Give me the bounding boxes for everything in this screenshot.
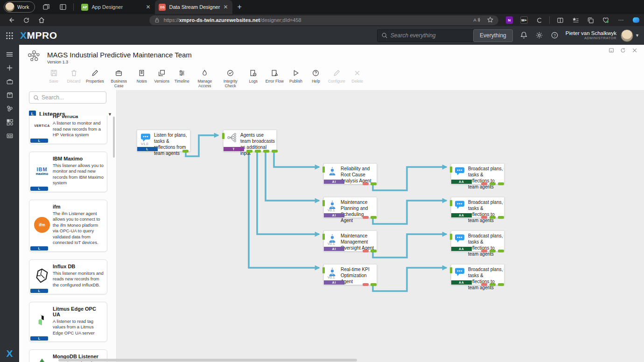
blocks-icon[interactable]: [0, 115, 19, 129]
error-port[interactable]: [363, 250, 369, 252]
app-grid-icon[interactable]: [6, 32, 14, 40]
recycle-bin-icon[interactable]: [0, 129, 19, 142]
output-port[interactable]: [498, 250, 504, 252]
home-icon[interactable]: [38, 16, 46, 24]
collapse-caret-icon[interactable]: ▼: [108, 112, 112, 117]
node-maintenance-planning-scheduling-agent[interactable]: Maintenance Planning and Scheduling Agen…: [323, 197, 377, 218]
favorite-star-icon[interactable]: [487, 16, 494, 24]
output-port[interactable]: [371, 216, 377, 219]
error-port[interactable]: [363, 283, 369, 286]
node-team-broadcast-input[interactable]: Agents use team broadcasts as additional…: [223, 130, 277, 152]
toolbar-logs-button[interactable]: Logs: [245, 69, 261, 90]
input-port[interactable]: [450, 234, 452, 240]
toolbar-error-flow-button[interactable]: Error Flow: [266, 69, 284, 90]
input-port[interactable]: [322, 167, 325, 173]
output-port[interactable]: [371, 182, 377, 185]
split-screen-icon[interactable]: [556, 16, 564, 24]
copilot-icon[interactable]: [632, 16, 640, 24]
browser-essentials-icon[interactable]: [602, 16, 610, 24]
reset-view-icon[interactable]: [620, 47, 627, 54]
input-port[interactable]: [450, 267, 452, 273]
tab-data-stream-designer[interactable]: DS Data Stream Designer ✕: [155, 0, 232, 14]
input-port[interactable]: [450, 167, 452, 173]
settings-more-icon[interactable]: ⋯: [617, 16, 625, 24]
node-listen-team-agents[interactable]: Listen for plans, tasks & reflections fr…: [137, 130, 190, 152]
settings-gear-icon[interactable]: [535, 31, 544, 40]
extension-icon[interactable]: [535, 16, 543, 24]
node-broadcast-team-agents-4[interactable]: Broadcast plans, tasks & reflections to …: [451, 264, 504, 285]
workspaces-icon[interactable]: [42, 3, 50, 11]
listener-card-influx-db[interactable]: LInflux DBThis listener monitors and rea…: [29, 259, 107, 294]
output-port[interactable]: [490, 216, 496, 219]
design-canvas[interactable]: L Listeners ▼ VERTICALHP VerticaA listen…: [19, 90, 644, 362]
tab-close-icon[interactable]: ✕: [222, 4, 229, 10]
address-bar[interactable]: https://xmpro-ds-twin.azurewebsites.net/…: [149, 15, 498, 25]
tab-app-designer[interactable]: AP App Designer ✕: [77, 0, 155, 14]
toolbar-properties-button[interactable]: Properties: [86, 69, 104, 90]
output-port[interactable]: [498, 283, 504, 286]
output-port[interactable]: [246, 150, 252, 153]
notifications-bell-icon[interactable]: [520, 31, 528, 40]
refresh-icon[interactable]: [23, 16, 31, 24]
new-tab-button[interactable]: +: [237, 3, 241, 11]
toolbar-publish-button[interactable]: Publish: [288, 69, 304, 90]
output-port[interactable]: [255, 150, 261, 153]
listener-card-ibm-maximo[interactable]: IBMmaximoLIBM MaximoThis listener allows…: [29, 152, 107, 192]
output-port[interactable]: [182, 150, 189, 153]
output-port[interactable]: [371, 250, 377, 252]
package-icon[interactable]: [0, 88, 19, 102]
agents-cluster-icon[interactable]: [0, 102, 19, 115]
toolbar-timeline-button[interactable]: Timeline: [174, 69, 190, 90]
add-icon[interactable]: [0, 61, 19, 75]
toolbar-help-button[interactable]: Help: [308, 69, 324, 90]
collections-icon[interactable]: [587, 16, 595, 24]
input-port[interactable]: [450, 200, 452, 206]
listener-card-ifm[interactable]: ifmLifmThe ifm Listener agent allows you…: [29, 200, 107, 252]
search-input[interactable]: [391, 32, 473, 39]
toolbar-manage-access-button[interactable]: Manage Access: [194, 69, 216, 90]
output-port[interactable]: [263, 150, 269, 153]
output-port[interactable]: [272, 150, 278, 153]
menu-icon[interactable]: [0, 48, 19, 61]
error-port[interactable]: [481, 182, 487, 185]
browser-profile-button[interactable]: Work: [4, 1, 35, 13]
output-port[interactable]: [371, 283, 377, 286]
briefcase-icon[interactable]: [0, 75, 19, 88]
input-port[interactable]: [222, 133, 224, 139]
error-port[interactable]: [481, 283, 487, 286]
help-icon[interactable]: ?: [551, 31, 559, 40]
toolbar-integrity-check-button[interactable]: Integrity Check: [220, 69, 241, 90]
node-broadcast-team-agents-3[interactable]: Broadcast plans, tasks & reflections to …: [451, 230, 504, 251]
listener-card-hp-vertica[interactable]: VERTICALHP VerticaA listener to monitor …: [29, 116, 107, 144]
user-avatar[interactable]: [621, 29, 633, 42]
error-port[interactable]: [363, 216, 369, 219]
tab-search-icon[interactable]: [59, 3, 67, 11]
back-icon[interactable]: [7, 16, 15, 24]
toolbar-business-case-button[interactable]: Business Case: [108, 69, 130, 90]
user-menu-caret-icon[interactable]: ▼: [635, 33, 639, 38]
markdown-extension-icon[interactable]: M+: [520, 16, 528, 24]
read-aloud-icon[interactable]: A: [473, 16, 480, 24]
error-port[interactable]: [481, 216, 487, 219]
node-broadcast-team-agents-2[interactable]: Broadcast plans, tasks & reflections to …: [451, 197, 504, 218]
panel-search-input[interactable]: [42, 94, 106, 101]
minimize-icon[interactable]: [608, 47, 615, 54]
toolbar-versions-button[interactable]: Versions: [154, 69, 170, 90]
global-search[interactable]: Everything: [377, 29, 513, 42]
output-port[interactable]: [498, 216, 504, 219]
node-maintenance-management-oversight-agent[interactable]: Maintenance Management Oversight AgentV0…: [323, 230, 377, 251]
search-scope-button[interactable]: Everything: [473, 29, 513, 42]
error-port[interactable]: [363, 182, 369, 185]
input-port[interactable]: [322, 200, 325, 206]
output-port[interactable]: [498, 182, 504, 185]
onenote-extension-icon[interactable]: N: [506, 16, 513, 24]
user-info[interactable]: Pieter van Schalkwyk ADMINISTRATOR: [566, 30, 616, 41]
output-port[interactable]: [490, 182, 496, 185]
node-broadcast-team-agents-1[interactable]: Broadcast plans, tasks & reflections to …: [451, 163, 504, 184]
node-reliability-root-cause-analysis-agent[interactable]: Reliability and Root Cause Analysis Agen…: [323, 163, 377, 184]
node-realtime-kpi-optimization-agent[interactable]: Real-time KPI Optimization AgentV0.1AI: [323, 264, 377, 285]
input-port[interactable]: [322, 267, 325, 273]
output-port[interactable]: [490, 250, 496, 252]
close-icon[interactable]: [631, 47, 638, 54]
canvas-horizontal-scrollbar[interactable]: [58, 359, 357, 362]
